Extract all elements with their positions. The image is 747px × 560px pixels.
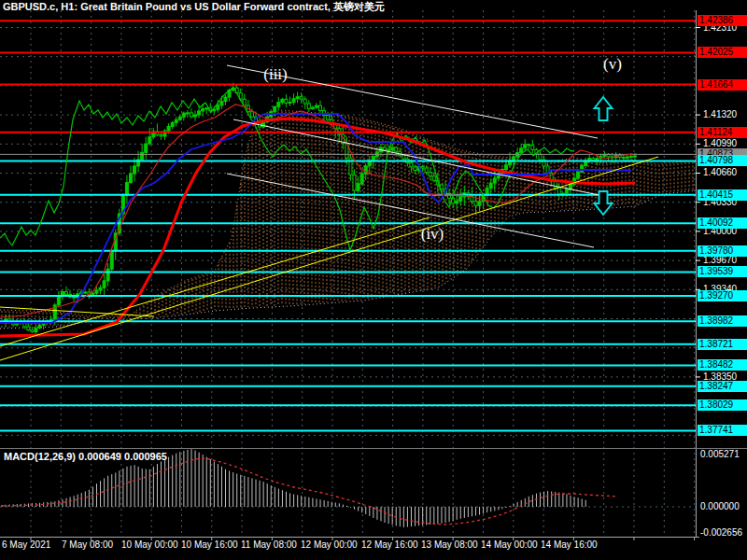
price-levels[interactable] [0, 21, 696, 430]
price-axis-label: 1.40660 [703, 167, 737, 178]
candle-bull [274, 106, 276, 111]
candle-bull [357, 184, 359, 190]
candle-bull [633, 156, 636, 157]
candle-bear [73, 297, 76, 298]
time-axis-label: 12 May 00:00 [301, 539, 358, 550]
time-axis-label: 13 May 08:00 [421, 539, 478, 550]
senkou-span-b-line [0, 190, 696, 329]
candle-bear [190, 113, 192, 117]
candle-bull [493, 178, 496, 183]
candle-bull [565, 189, 568, 193]
chart-canvas[interactable] [0, 0, 747, 560]
candle-bull [103, 281, 106, 287]
chart-window: GBPUSD.c, H1: Great Britain Pound vs US … [0, 0, 747, 560]
candle-bear [432, 176, 435, 181]
candle-bear [395, 147, 398, 151]
candle-bear [64, 292, 67, 295]
candle-bull [57, 296, 60, 305]
candle-bull [167, 126, 170, 131]
candle-bull [277, 103, 280, 107]
macd-indicator-label: MACD(12,26,9) 0.000649 0.000965 [4, 451, 167, 462]
macd-scale-label: 0.000000 [700, 501, 740, 512]
price-level-badge-support: 1.38982 [698, 315, 747, 327]
trendline-white[interactable] [233, 119, 603, 196]
candle-bull [220, 102, 223, 105]
candle-bull [520, 148, 523, 153]
price-level-badge-resistance: 1.41124 [698, 127, 747, 138]
candle-bull [182, 113, 185, 117]
price-level-badge-support: 1.39780 [698, 245, 747, 257]
candle-bull [134, 166, 136, 174]
candle-bull [504, 165, 507, 170]
time-axis-label: 12 May 16:00 [361, 539, 418, 550]
candle-bull [175, 119, 177, 122]
candle-bear [327, 116, 330, 120]
candle-bear [429, 173, 431, 176]
candle-bull [145, 144, 148, 152]
candle-bull [224, 97, 227, 101]
candle-bear [250, 112, 253, 117]
trendline-yellow[interactable] [0, 217, 430, 346]
macd-signal-line [2, 458, 618, 525]
candle-bear [307, 104, 310, 108]
price-axis-label: 1.39670 [703, 255, 737, 266]
candle-bear [384, 147, 387, 150]
price-level-badge-support: 1.38721 [698, 339, 747, 350]
candle-bear [285, 99, 288, 103]
candle-bear [353, 175, 356, 190]
candle-bull [38, 325, 41, 328]
candle-bear [402, 155, 405, 159]
price-level-badge-support: 1.39270 [698, 290, 747, 301]
candle-bull [95, 290, 98, 293]
trendlines[interactable] [0, 65, 658, 360]
time-axis-label: 7 May 08:00 [62, 539, 113, 550]
candle-bull [217, 105, 219, 110]
candle-bull [513, 157, 515, 161]
candle-bear [557, 188, 560, 194]
candle-bear [300, 97, 303, 99]
candle-bull [205, 108, 208, 109]
price-level-badge-support: 1.40415 [698, 189, 747, 201]
price-level-badge-support: 1.40092 [698, 217, 747, 229]
price-level-badge-support: 1.40798 [698, 155, 747, 166]
elliott-wave-label[interactable]: (v) [603, 55, 622, 74]
candle-bull [489, 183, 492, 189]
candle-bull [106, 269, 109, 281]
time-axis-label: 14 May 00:00 [481, 539, 538, 550]
candle-bull [148, 137, 151, 144]
candle-bull [581, 165, 584, 172]
candle-bear [84, 292, 87, 293]
candle-bull [171, 122, 174, 126]
time-axis-label: 14 May 16:00 [541, 539, 598, 550]
time-axis-label: 6 May 2021 [2, 539, 50, 550]
candle-bull [99, 287, 102, 290]
elliott-wave-label[interactable]: (iii) [263, 65, 288, 84]
candle-bear [160, 135, 162, 136]
candle-bull [141, 152, 144, 160]
candle-bull [456, 201, 458, 203]
candle-bear [474, 202, 477, 206]
price-level-badge-support: 1.38482 [698, 359, 747, 371]
candle-bull [596, 159, 599, 161]
candle-bull [391, 147, 394, 150]
candle-bull [35, 329, 37, 332]
price-level-badge-resistance: 1.42386 [698, 15, 747, 26]
up-arrow[interactable] [595, 97, 613, 120]
candle-bull [125, 183, 128, 196]
elliott-wave-label[interactable]: (iv) [421, 225, 444, 244]
candle-bull [186, 113, 189, 114]
candle-bull [292, 99, 295, 103]
time-axis-label: 11 May 08:00 [241, 539, 297, 550]
candle-bull [198, 111, 201, 115]
candle-bull [202, 109, 204, 111]
candle-bear [318, 105, 321, 110]
candle-bear [528, 145, 530, 146]
candle-bear [539, 154, 542, 160]
candle-bear [31, 330, 34, 332]
price-level-badge-support: 1.37741 [698, 425, 747, 436]
candle-bear [27, 327, 30, 330]
candle-bull [524, 145, 527, 148]
candle-bull [577, 172, 580, 178]
candle-bull [110, 251, 113, 269]
candle-bear [303, 99, 306, 104]
